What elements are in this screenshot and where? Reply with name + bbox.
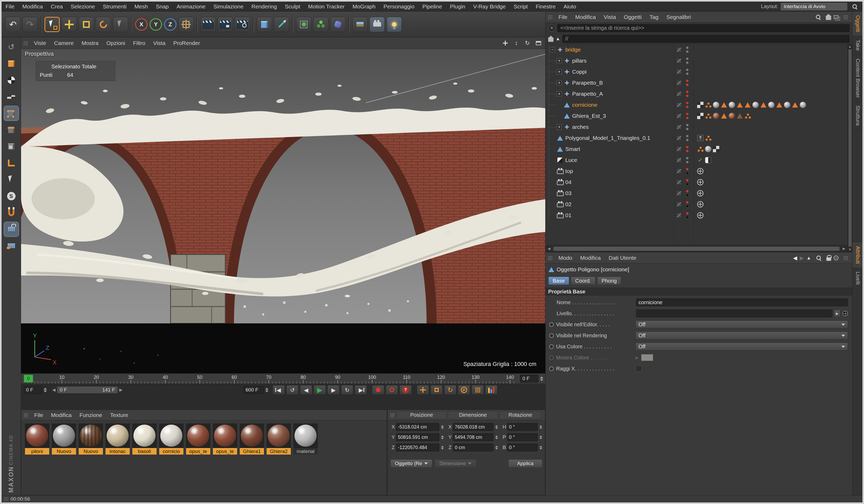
triangle-dark-tag-icon[interactable]: [736, 113, 743, 119]
render-view-button[interactable]: [201, 17, 216, 32]
tree-row-03[interactable]: 03: [545, 188, 848, 199]
path-up-icon[interactable]: ▲: [555, 36, 560, 41]
range-right-arrow[interactable]: ▶: [118, 388, 124, 392]
visibility-dots[interactable]: [686, 135, 689, 142]
name-input[interactable]: cornicione: [636, 298, 848, 306]
scroll-right-icon[interactable]: ▶: [841, 247, 848, 250]
x-axis-lock-button[interactable]: X: [135, 18, 148, 31]
scale-tool-button[interactable]: [79, 17, 94, 32]
points-mode-button[interactable]: [4, 106, 19, 120]
move-tool-button[interactable]: [62, 17, 77, 32]
search-icon[interactable]: [852, 4, 858, 10]
workplane-mode-button[interactable]: [4, 239, 19, 253]
object-mode-dropdown[interactable]: Oggetto (Re: [390, 459, 432, 468]
menu-snap[interactable]: Snap: [152, 3, 173, 10]
menu-script[interactable]: Script: [510, 3, 532, 10]
visibility-dots[interactable]: [686, 57, 689, 64]
xray-checkbox[interactable]: [636, 366, 642, 372]
visibility-dots[interactable]: [686, 46, 689, 53]
layer-chip-icon[interactable]: [676, 47, 681, 52]
sphere-tag-icon[interactable]: [753, 102, 759, 108]
menu-file[interactable]: File: [2, 3, 19, 10]
keyframe-circle-icon[interactable]: [549, 333, 554, 338]
target-tag-icon[interactable]: [697, 212, 704, 219]
viewport-menu-camere[interactable]: Camere: [50, 40, 77, 46]
keyframe-circle-icon[interactable]: [549, 367, 554, 371]
dimension-mode-dropdown[interactable]: Dimensione: [434, 459, 477, 468]
tree-row-parapetto-a[interactable]: +Parapetto_A: [545, 88, 848, 99]
tree-row-bridge[interactable]: −bridge: [545, 44, 848, 55]
visibility-dots[interactable]: [686, 157, 689, 163]
check-tag-icon[interactable]: ✓: [697, 157, 704, 163]
deformer-button[interactable]: [330, 17, 346, 32]
play-button[interactable]: ▶: [314, 385, 326, 395]
path-home-icon[interactable]: [548, 38, 553, 42]
current-frame-stepper[interactable]: [540, 375, 544, 382]
seldots-tag-icon[interactable]: [705, 135, 711, 141]
attributes-menu-dati-utente[interactable]: Dati Utente: [605, 255, 640, 261]
tree-row-cornicione[interactable]: cornicione: [545, 99, 848, 110]
menu-strumenti[interactable]: Strumenti: [99, 3, 131, 10]
visibility-dots[interactable]: [686, 201, 689, 208]
visibility-dots[interactable]: [686, 90, 689, 97]
use-color-dropdown[interactable]: Off: [636, 343, 848, 351]
render-picture-viewer-button[interactable]: [218, 17, 233, 32]
visibility-dots[interactable]: [686, 168, 689, 175]
keyframe-circle-icon[interactable]: [549, 322, 554, 327]
menu-crea[interactable]: Crea: [47, 3, 67, 10]
material-item-piloni[interactable]: piloni: [25, 423, 49, 455]
visibility-dots[interactable]: [686, 212, 689, 219]
triangle-tag-icon[interactable]: [721, 113, 727, 119]
viewport-menu-opzioni[interactable]: Opzioni: [103, 40, 129, 46]
polygons-mode-button[interactable]: [4, 139, 19, 153]
previous-key-button[interactable]: ↺: [286, 385, 298, 395]
side-tab-struttura[interactable]: Struttura: [852, 102, 862, 130]
viewport-menu-prorender[interactable]: ProRender: [169, 40, 204, 46]
visibility-dots[interactable]: [686, 146, 689, 152]
tree-row-smart[interactable]: Smart: [545, 144, 848, 155]
lighttag-tag-icon[interactable]: [705, 157, 711, 163]
y-axis-lock-button[interactable]: Y: [149, 18, 162, 31]
rotation-field-b[interactable]: 0 °: [507, 444, 538, 452]
sphere-tag-icon[interactable]: [713, 102, 719, 108]
dimension-field-z[interactable]: 0 cm: [453, 444, 493, 452]
record-keyframe-button[interactable]: [372, 385, 384, 395]
pan-view-icon[interactable]: [501, 39, 510, 47]
side-tab-take[interactable]: Take: [852, 36, 862, 55]
float-window-icon[interactable]: [834, 15, 839, 19]
material-item-ghiera2[interactable]: Ghiera2: [267, 423, 291, 455]
menu-simulazione[interactable]: Simulazione: [209, 3, 248, 10]
position-field-y[interactable]: 50816.591 cm: [396, 433, 439, 441]
apply-button[interactable]: Applica: [508, 459, 542, 468]
triangle-tag-icon[interactable]: [776, 102, 782, 108]
goto-end-button[interactable]: ▶: [355, 385, 367, 395]
next-frame-button[interactable]: ▶: [327, 385, 339, 395]
layer-chip-icon[interactable]: [676, 169, 681, 173]
tree-row-luce[interactable]: Luce✓: [545, 155, 848, 165]
search-icon[interactable]: [815, 14, 821, 20]
history-back-icon[interactable]: ◀: [793, 255, 797, 260]
sphere-tag-icon[interactable]: [800, 102, 806, 108]
lock-icon[interactable]: [826, 257, 831, 261]
layer-picker-button[interactable]: ▶: [834, 310, 840, 317]
field-stepper[interactable]: [441, 424, 444, 430]
layer-chip-icon[interactable]: [676, 81, 681, 85]
focus-icon[interactable]: [834, 256, 839, 260]
field-stepper[interactable]: [539, 444, 543, 451]
keyframe-circle-icon[interactable]: [549, 344, 554, 349]
tree-row-coppi[interactable]: +Coppi: [545, 66, 848, 77]
visibility-dots[interactable]: [686, 69, 689, 75]
triangle-tag-icon[interactable]: [760, 102, 767, 108]
viewport-menu-vista[interactable]: Vista: [149, 40, 169, 46]
tree-expander[interactable]: +: [556, 58, 562, 63]
tree-row-pillars[interactable]: +pillars: [545, 55, 848, 66]
dimension-field-y[interactable]: 5494.708 cm: [453, 433, 493, 441]
keyframe-selection-button[interactable]: ?: [399, 385, 412, 395]
layer-chip-icon[interactable]: [676, 136, 681, 140]
panel-menu-icon[interactable]: [843, 15, 848, 19]
panel-grip-icon[interactable]: [24, 413, 28, 417]
record-scale-toggle[interactable]: [431, 385, 443, 395]
object-tree-vscrollbar[interactable]: ▲ ▼: [848, 44, 852, 252]
tree-row-04[interactable]: 04: [545, 177, 848, 188]
dimension-field-x[interactable]: 76028.018 cm: [453, 423, 493, 431]
